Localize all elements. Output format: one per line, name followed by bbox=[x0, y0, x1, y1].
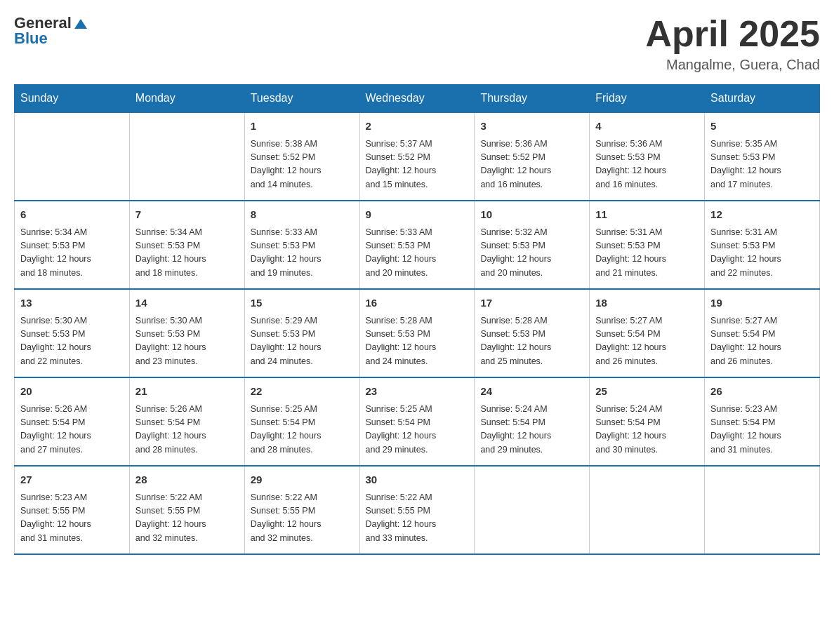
day-info: Sunrise: 5:27 AM Sunset: 5:54 PM Dayligh… bbox=[595, 314, 699, 369]
day-of-week-header: Tuesday bbox=[244, 85, 359, 113]
day-info: Sunrise: 5:37 AM Sunset: 5:52 PM Dayligh… bbox=[366, 137, 469, 192]
day-info: Sunrise: 5:32 AM Sunset: 5:53 PM Dayligh… bbox=[480, 226, 583, 281]
calendar-table: SundayMondayTuesdayWednesdayThursdayFrid… bbox=[14, 84, 820, 555]
day-info: Sunrise: 5:28 AM Sunset: 5:53 PM Dayligh… bbox=[366, 314, 469, 369]
day-info: Sunrise: 5:36 AM Sunset: 5:52 PM Dayligh… bbox=[480, 137, 583, 192]
month-title: April 2025 bbox=[645, 14, 820, 54]
calendar-day-cell: 12Sunrise: 5:31 AM Sunset: 5:53 PM Dayli… bbox=[705, 201, 820, 289]
day-number: 7 bbox=[135, 207, 239, 223]
calendar-day-cell: 20Sunrise: 5:26 AM Sunset: 5:54 PM Dayli… bbox=[15, 377, 130, 466]
day-number: 26 bbox=[710, 384, 814, 400]
calendar-day-cell: 6Sunrise: 5:34 AM Sunset: 5:53 PM Daylig… bbox=[15, 201, 130, 289]
day-number: 30 bbox=[366, 472, 469, 488]
day-info: Sunrise: 5:22 AM Sunset: 5:55 PM Dayligh… bbox=[135, 491, 239, 546]
calendar-week-row: 6Sunrise: 5:34 AM Sunset: 5:53 PM Daylig… bbox=[15, 201, 820, 289]
calendar-day-cell: 9Sunrise: 5:33 AM Sunset: 5:53 PM Daylig… bbox=[359, 201, 475, 289]
day-number: 28 bbox=[135, 472, 239, 488]
day-info: Sunrise: 5:38 AM Sunset: 5:52 PM Dayligh… bbox=[251, 137, 354, 192]
calendar-day-cell: 15Sunrise: 5:29 AM Sunset: 5:53 PM Dayli… bbox=[244, 289, 359, 377]
calendar-day-cell: 10Sunrise: 5:32 AM Sunset: 5:53 PM Dayli… bbox=[475, 201, 590, 289]
day-info: Sunrise: 5:23 AM Sunset: 5:54 PM Dayligh… bbox=[710, 403, 814, 457]
day-of-week-header: Sunday bbox=[15, 85, 130, 113]
calendar-day-cell: 5Sunrise: 5:35 AM Sunset: 5:53 PM Daylig… bbox=[705, 112, 820, 201]
day-info: Sunrise: 5:26 AM Sunset: 5:54 PM Dayligh… bbox=[20, 403, 124, 457]
day-number: 4 bbox=[595, 119, 699, 135]
calendar-empty-cell bbox=[15, 112, 130, 201]
day-number: 9 bbox=[366, 207, 469, 223]
day-number: 13 bbox=[20, 295, 124, 311]
calendar-day-cell: 8Sunrise: 5:33 AM Sunset: 5:53 PM Daylig… bbox=[244, 201, 359, 289]
day-number: 1 bbox=[251, 119, 354, 135]
calendar-day-cell: 19Sunrise: 5:27 AM Sunset: 5:54 PM Dayli… bbox=[705, 289, 820, 377]
calendar-day-cell: 2Sunrise: 5:37 AM Sunset: 5:52 PM Daylig… bbox=[359, 112, 475, 201]
day-number: 21 bbox=[135, 384, 239, 400]
day-info: Sunrise: 5:25 AM Sunset: 5:54 PM Dayligh… bbox=[366, 403, 469, 457]
day-of-week-header: Thursday bbox=[475, 85, 590, 113]
calendar-week-row: 27Sunrise: 5:23 AM Sunset: 5:55 PM Dayli… bbox=[15, 466, 820, 554]
day-info: Sunrise: 5:22 AM Sunset: 5:55 PM Dayligh… bbox=[366, 491, 469, 546]
day-info: Sunrise: 5:33 AM Sunset: 5:53 PM Dayligh… bbox=[366, 226, 469, 281]
calendar-day-cell: 24Sunrise: 5:24 AM Sunset: 5:54 PM Dayli… bbox=[475, 377, 590, 466]
calendar-day-cell: 4Sunrise: 5:36 AM Sunset: 5:53 PM Daylig… bbox=[590, 112, 705, 201]
calendar-week-row: 20Sunrise: 5:26 AM Sunset: 5:54 PM Dayli… bbox=[15, 377, 820, 466]
calendar-day-cell: 23Sunrise: 5:25 AM Sunset: 5:54 PM Dayli… bbox=[359, 377, 475, 466]
day-info: Sunrise: 5:24 AM Sunset: 5:54 PM Dayligh… bbox=[595, 403, 699, 457]
day-number: 19 bbox=[710, 295, 814, 311]
day-number: 29 bbox=[251, 472, 354, 488]
day-of-week-header: Wednesday bbox=[359, 85, 475, 113]
day-info: Sunrise: 5:29 AM Sunset: 5:53 PM Dayligh… bbox=[251, 314, 354, 369]
calendar-week-row: 13Sunrise: 5:30 AM Sunset: 5:53 PM Dayli… bbox=[15, 289, 820, 377]
day-number: 11 bbox=[595, 207, 699, 223]
calendar-day-cell: 11Sunrise: 5:31 AM Sunset: 5:53 PM Dayli… bbox=[590, 201, 705, 289]
calendar-day-cell: 3Sunrise: 5:36 AM Sunset: 5:52 PM Daylig… bbox=[475, 112, 590, 201]
day-info: Sunrise: 5:34 AM Sunset: 5:53 PM Dayligh… bbox=[20, 226, 124, 281]
calendar-day-cell: 26Sunrise: 5:23 AM Sunset: 5:54 PM Dayli… bbox=[705, 377, 820, 466]
day-info: Sunrise: 5:33 AM Sunset: 5:53 PM Dayligh… bbox=[251, 226, 354, 281]
calendar-day-cell: 14Sunrise: 5:30 AM Sunset: 5:53 PM Dayli… bbox=[129, 289, 244, 377]
calendar-day-cell: 28Sunrise: 5:22 AM Sunset: 5:55 PM Dayli… bbox=[129, 466, 244, 554]
day-number: 23 bbox=[366, 384, 469, 400]
day-number: 24 bbox=[480, 384, 583, 400]
day-info: Sunrise: 5:28 AM Sunset: 5:53 PM Dayligh… bbox=[480, 314, 583, 369]
day-info: Sunrise: 5:24 AM Sunset: 5:54 PM Dayligh… bbox=[480, 403, 583, 457]
day-info: Sunrise: 5:27 AM Sunset: 5:54 PM Dayligh… bbox=[710, 314, 814, 369]
day-info: Sunrise: 5:36 AM Sunset: 5:53 PM Dayligh… bbox=[595, 137, 699, 192]
title-block: April 2025 Mangalme, Guera, Chad bbox=[645, 14, 820, 73]
day-number: 8 bbox=[251, 207, 354, 223]
day-number: 15 bbox=[251, 295, 354, 311]
calendar-day-cell: 17Sunrise: 5:28 AM Sunset: 5:53 PM Dayli… bbox=[475, 289, 590, 377]
day-info: Sunrise: 5:31 AM Sunset: 5:53 PM Dayligh… bbox=[710, 226, 814, 281]
calendar-day-cell: 7Sunrise: 5:34 AM Sunset: 5:53 PM Daylig… bbox=[129, 201, 244, 289]
day-info: Sunrise: 5:26 AM Sunset: 5:54 PM Dayligh… bbox=[135, 403, 239, 457]
day-info: Sunrise: 5:34 AM Sunset: 5:53 PM Dayligh… bbox=[135, 226, 239, 281]
day-info: Sunrise: 5:22 AM Sunset: 5:55 PM Dayligh… bbox=[251, 491, 354, 546]
day-number: 20 bbox=[20, 384, 124, 400]
calendar-day-cell: 22Sunrise: 5:25 AM Sunset: 5:54 PM Dayli… bbox=[244, 377, 359, 466]
day-info: Sunrise: 5:25 AM Sunset: 5:54 PM Dayligh… bbox=[251, 403, 354, 457]
day-number: 16 bbox=[366, 295, 469, 311]
calendar-empty-cell bbox=[475, 466, 590, 554]
day-of-week-header: Friday bbox=[590, 85, 705, 113]
calendar-header: SundayMondayTuesdayWednesdayThursdayFrid… bbox=[15, 85, 820, 113]
day-of-week-header: Monday bbox=[129, 85, 244, 113]
calendar-body: 1Sunrise: 5:38 AM Sunset: 5:52 PM Daylig… bbox=[15, 112, 820, 554]
calendar-week-row: 1Sunrise: 5:38 AM Sunset: 5:52 PM Daylig… bbox=[15, 112, 820, 201]
calendar-day-cell: 25Sunrise: 5:24 AM Sunset: 5:54 PM Dayli… bbox=[590, 377, 705, 466]
day-number: 17 bbox=[480, 295, 583, 311]
day-number: 25 bbox=[595, 384, 699, 400]
calendar-day-cell: 29Sunrise: 5:22 AM Sunset: 5:55 PM Dayli… bbox=[244, 466, 359, 554]
day-number: 12 bbox=[710, 207, 814, 223]
day-info: Sunrise: 5:30 AM Sunset: 5:53 PM Dayligh… bbox=[135, 314, 239, 369]
logo: General Blue bbox=[14, 14, 88, 48]
day-number: 5 bbox=[710, 119, 814, 135]
location-subtitle: Mangalme, Guera, Chad bbox=[645, 57, 820, 73]
svg-marker-0 bbox=[74, 19, 87, 29]
day-number: 22 bbox=[251, 384, 354, 400]
day-number: 14 bbox=[135, 295, 239, 311]
calendar-empty-cell bbox=[129, 112, 244, 201]
logo-arrow-icon bbox=[73, 16, 88, 32]
day-number: 18 bbox=[595, 295, 699, 311]
page-header: General Blue April 2025 Mangalme, Guera,… bbox=[14, 14, 820, 73]
calendar-day-cell: 16Sunrise: 5:28 AM Sunset: 5:53 PM Dayli… bbox=[359, 289, 475, 377]
calendar-day-cell: 18Sunrise: 5:27 AM Sunset: 5:54 PM Dayli… bbox=[590, 289, 705, 377]
